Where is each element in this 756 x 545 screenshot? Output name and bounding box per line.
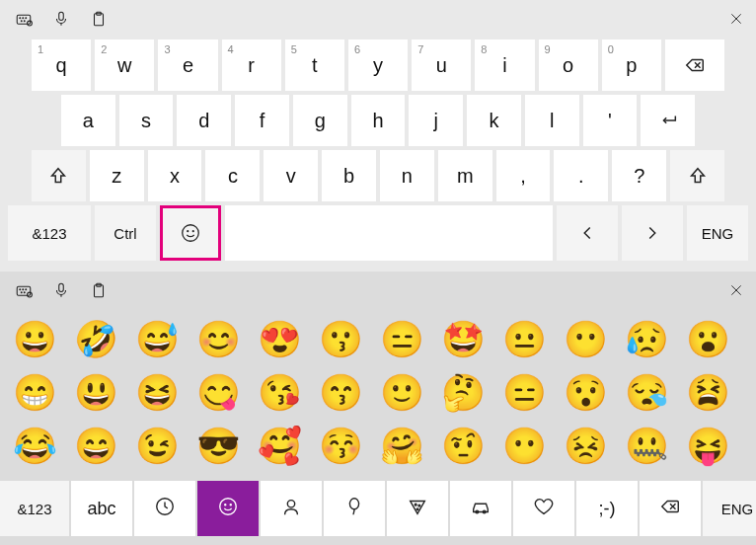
emoji-cell[interactable]: 🤐: [622, 422, 671, 471]
key-apostrophe[interactable]: ': [583, 95, 638, 146]
key-i[interactable]: 8i: [475, 39, 534, 91]
key-t[interactable]: 5t: [285, 39, 344, 91]
language-key[interactable]: ENG: [687, 205, 748, 261]
emoji-cell[interactable]: 😍: [255, 315, 304, 364]
key-m[interactable]: m: [438, 150, 492, 201]
emoji-cell[interactable]: 😥: [622, 315, 671, 364]
category-symbols[interactable]: [513, 481, 574, 536]
emoji-cell[interactable]: 😪: [622, 368, 671, 418]
key-f[interactable]: f: [235, 95, 289, 146]
emoji-cell[interactable]: 😯: [561, 368, 610, 418]
shift-left-key[interactable]: [32, 150, 86, 201]
category-food[interactable]: [387, 481, 448, 536]
emoji-cell[interactable]: 😘: [255, 368, 304, 418]
svg-point-12: [192, 231, 193, 232]
key-n[interactable]: n: [380, 150, 434, 201]
abc-key[interactable]: abc: [71, 481, 132, 536]
category-kaomoji[interactable]: ;-): [576, 481, 638, 536]
key-w[interactable]: 2w: [95, 39, 154, 91]
emoji-cell[interactable]: 🤔: [438, 368, 488, 418]
key-q[interactable]: 1q: [32, 39, 91, 91]
key-u[interactable]: 7u: [412, 39, 471, 91]
clipboard-icon[interactable]: [89, 9, 109, 29]
svg-rect-20: [59, 283, 64, 291]
emoji-cell[interactable]: 🙂: [377, 368, 426, 418]
key-comma[interactable]: ,: [496, 150, 551, 201]
emoji-cell[interactable]: 😣: [561, 422, 610, 471]
category-smileys[interactable]: [197, 481, 259, 536]
category-transport[interactable]: [450, 481, 511, 536]
key-z[interactable]: z: [90, 150, 144, 201]
emoji-cell[interactable]: 😐: [499, 315, 549, 364]
key-question[interactable]: ?: [612, 150, 666, 201]
key-y[interactable]: 6y: [348, 39, 408, 91]
key-j[interactable]: j: [409, 95, 463, 146]
emoji-cell[interactable]: 😗: [316, 315, 365, 364]
category-people[interactable]: [261, 481, 322, 536]
emoji-cell[interactable]: 😁: [10, 368, 59, 418]
emoji-cell[interactable]: 😙: [316, 368, 365, 418]
emoji-cell[interactable]: 😶: [561, 315, 610, 364]
backspace-key[interactable]: [665, 39, 724, 91]
key-v[interactable]: v: [264, 150, 318, 201]
emoji-cell[interactable]: 😑: [377, 315, 426, 364]
key-p[interactable]: 0p: [602, 39, 661, 91]
key-l[interactable]: l: [525, 95, 579, 146]
language-key[interactable]: ENG: [703, 481, 756, 536]
emoji-cell[interactable]: 🤣: [71, 315, 120, 364]
key-k[interactable]: k: [467, 95, 521, 146]
svg-point-29: [415, 504, 416, 506]
emoji-cell[interactable]: 🤨: [438, 422, 488, 471]
enter-key[interactable]: [641, 95, 695, 146]
backspace-key[interactable]: [640, 481, 701, 536]
key-g[interactable]: g: [293, 95, 347, 146]
emoji-cell[interactable]: 😅: [132, 315, 182, 364]
emoji-cell[interactable]: 😚: [316, 422, 365, 471]
emoji-cell[interactable]: 😀: [10, 315, 59, 364]
key-r[interactable]: 4r: [222, 39, 281, 91]
arrow-right-key[interactable]: [622, 205, 683, 261]
numsym-key[interactable]: &123: [0, 481, 69, 536]
key-c[interactable]: c: [205, 150, 260, 201]
microphone-icon[interactable]: [51, 280, 71, 300]
numsym-key[interactable]: &123: [8, 205, 91, 261]
keyboard-settings-icon[interactable]: [14, 280, 34, 300]
emoji-cell[interactable]: 😝: [683, 422, 732, 471]
emoji-cell[interactable]: 😎: [193, 422, 243, 471]
close-icon[interactable]: [726, 280, 746, 300]
keyboard-settings-icon[interactable]: [14, 9, 34, 29]
key-h[interactable]: h: [351, 95, 406, 146]
clipboard-icon[interactable]: [89, 280, 109, 300]
emoji-cell[interactable]: 😃: [71, 368, 120, 418]
key-o[interactable]: 9o: [539, 39, 598, 91]
emoji-cell[interactable]: 🤗: [377, 422, 426, 471]
emoji-cell[interactable]: 😊: [193, 315, 243, 364]
key-d[interactable]: d: [177, 95, 231, 146]
emoji-cell[interactable]: 😮: [683, 315, 732, 364]
key-x[interactable]: x: [148, 150, 202, 201]
category-celebration[interactable]: [324, 481, 385, 536]
ctrl-key[interactable]: Ctrl: [95, 205, 156, 261]
emoji-cell[interactable]: 😉: [132, 422, 182, 471]
spacebar-key[interactable]: [225, 205, 553, 261]
emoji-cell[interactable]: 😂: [10, 422, 59, 471]
key-period[interactable]: .: [554, 150, 608, 201]
emoji-cell[interactable]: 🤩: [438, 315, 488, 364]
key-a[interactable]: a: [61, 95, 115, 146]
emoji-cell[interactable]: 🥰: [255, 422, 304, 471]
emoji-cell[interactable]: 😋: [193, 368, 243, 418]
emoji-cell[interactable]: 😫: [683, 368, 732, 418]
emoji-cell[interactable]: 😆: [132, 368, 182, 418]
key-s[interactable]: s: [119, 95, 174, 146]
emoji-cell[interactable]: 😄: [71, 422, 120, 471]
key-b[interactable]: b: [322, 150, 376, 201]
close-icon[interactable]: [726, 9, 746, 29]
arrow-left-key[interactable]: [557, 205, 618, 261]
category-recent[interactable]: [134, 481, 195, 536]
emoji-cell[interactable]: 😑: [499, 368, 549, 418]
emoji-toggle-key[interactable]: [160, 205, 221, 261]
emoji-cell[interactable]: 😶: [499, 422, 549, 471]
microphone-icon[interactable]: [51, 9, 71, 29]
key-e[interactable]: 3e: [158, 39, 217, 91]
shift-right-key[interactable]: [670, 150, 724, 201]
